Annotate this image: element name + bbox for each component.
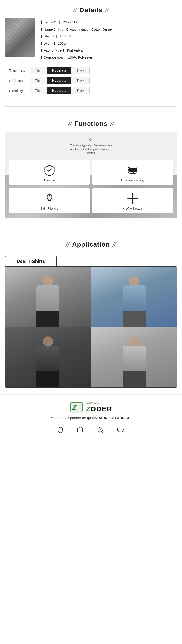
elasticity-scale: Thin Moderate Thick xyxy=(30,87,90,94)
functions-section: // Functions // ◇ The fabric typically o… xyxy=(0,114,182,225)
softness-moderate[interactable]: Moderate xyxy=(47,77,71,84)
durable-icon xyxy=(43,164,56,177)
softness-thick[interactable]: Thick xyxy=(71,77,89,84)
attributes-section: Thickness Thin Moderate Thick Softness T… xyxy=(0,65,182,104)
svg-point-18 xyxy=(99,427,101,430)
tagline-fabrics: FABRICS xyxy=(115,416,130,420)
function-card-moisture: Moisture Wicking xyxy=(92,160,173,185)
logo-icon: Z xyxy=(70,402,83,413)
svg-point-4 xyxy=(131,170,132,170)
composition-row: 【 Composition 】 100% Polyester xyxy=(39,55,177,60)
slash-right: // xyxy=(105,6,109,14)
logo-text-area: 佐德新材料 ZODER xyxy=(86,402,112,413)
logo-subtext: 佐德新材料 xyxy=(86,402,100,405)
durable-label: Durable xyxy=(44,178,55,182)
functions-bg: ◇ The fabric typically offers several ke… xyxy=(5,132,177,218)
fabric-type-value: Knit Fabric xyxy=(67,48,84,52)
shield-footer-icon xyxy=(58,427,63,434)
logo-z: Z xyxy=(86,405,90,412)
item-no-label: 【 Item NO. 】 xyxy=(39,20,62,24)
function-grid: Durable Moisture W xyxy=(9,160,173,214)
item-no-row: 【 Item NO. 】 ZDK24126 xyxy=(39,20,177,25)
composition-label: 【 Composition 】 xyxy=(39,56,67,59)
person-4 xyxy=(119,334,149,387)
thickness-thin[interactable]: Thin xyxy=(30,67,47,74)
details-title: Details xyxy=(80,6,103,14)
width-row: 【 Width 】 160cm xyxy=(39,41,177,46)
person-3 xyxy=(33,334,63,387)
moisture-icon xyxy=(126,164,139,177)
truck-footer-icon xyxy=(117,427,124,434)
width-value: 160cm xyxy=(58,42,68,45)
functions-title: Functions xyxy=(75,120,108,128)
elasticity-thick[interactable]: Thick xyxy=(71,88,89,94)
use-badge: Use: T-Shirts xyxy=(5,256,57,267)
photo-top-right xyxy=(91,267,177,326)
svg-point-5 xyxy=(133,172,134,173)
softness-thin[interactable]: Thin xyxy=(30,77,47,84)
functions-intro-text: The fabric typically offers several key … xyxy=(68,144,114,155)
details-info: 【 Item NO. 】 ZDK24126 【 Name 】 High Elas… xyxy=(39,18,177,60)
name-value: High Elastic Imitation Cotton Jersey xyxy=(58,27,113,31)
photo-grid xyxy=(5,266,177,388)
functions-intro: ◇ The fabric typically offers several ke… xyxy=(9,136,173,155)
functions-content: ◇ The fabric typically offers several ke… xyxy=(9,136,173,214)
fabric-type-label: 【 Fabric Type 】 xyxy=(39,48,66,52)
functions-slash-left: // xyxy=(68,120,72,128)
details-content: 【 Item NO. 】 ZDK24126 【 Name 】 High Elas… xyxy=(0,18,182,65)
name-label: 【 Name 】 xyxy=(39,27,57,31)
gift-footer-icon xyxy=(77,427,83,434)
weight-label: 【 Weight 】 xyxy=(39,34,59,38)
logo-area: Z 佐德新材料 ZODER xyxy=(5,402,177,413)
photo-bottom-left xyxy=(5,327,91,387)
name-row: 【 Name 】 High Elastic Imitation Cotton J… xyxy=(39,27,177,32)
item-no-value: ZDK24126 xyxy=(63,20,79,24)
photo-bottom-right xyxy=(91,327,177,387)
stretch-label: 4-Way Stretch xyxy=(123,207,142,210)
elasticity-row: Elasticity Thin Moderate Thick xyxy=(9,87,173,94)
elasticity-moderate[interactable]: Moderate xyxy=(47,88,71,94)
softness-label: Softness xyxy=(9,79,30,82)
skin-label: Skin-Friendly xyxy=(41,207,58,210)
svg-point-3 xyxy=(129,167,130,168)
svg-rect-2 xyxy=(129,172,137,173)
thickness-row: Thickness Thin Moderate Thick xyxy=(9,67,173,74)
softness-row: Softness Thin Moderate Thick xyxy=(9,77,173,84)
application-section: // Application // Use: T-Shirts xyxy=(0,234,182,394)
fabric-type-row: 【 Fabric Type 】 Knit Fabric xyxy=(39,48,177,53)
width-label: 【 Width 】 xyxy=(39,42,57,45)
tagline-suffix: . xyxy=(130,416,131,420)
application-header: // Application // xyxy=(5,234,177,252)
weight-row: 【 Weight 】 150g/㎡ xyxy=(39,34,177,39)
tagline-prefix: Your trusted partner for quality xyxy=(51,416,98,420)
thickness-thick[interactable]: Thick xyxy=(71,67,89,74)
thickness-moderate[interactable]: Moderate xyxy=(47,67,71,74)
person-1 xyxy=(33,274,63,326)
footer-section: Z 佐德新材料 ZODER Your trusted partner for q… xyxy=(0,394,182,439)
svg-rect-1 xyxy=(129,169,137,171)
function-card-stretch: 4-Way Stretch xyxy=(92,188,173,214)
app-slash-left: // xyxy=(66,241,70,248)
function-card-skin: Skin-Friendly xyxy=(9,188,90,214)
application-content: Use: T-Shirts xyxy=(5,256,177,388)
divider-1 xyxy=(5,106,177,107)
tagline-mid: and xyxy=(108,416,115,420)
application-title: Application xyxy=(72,241,110,248)
person-2 xyxy=(119,274,149,326)
elasticity-label: Elasticity xyxy=(9,89,30,93)
app-slash-right: // xyxy=(113,241,116,248)
moisture-label: Moisture Wicking xyxy=(121,178,144,182)
weight-value: 150g/㎡ xyxy=(60,34,72,38)
slash-left: // xyxy=(73,6,77,14)
thickness-label: Thickness xyxy=(9,68,30,72)
person-footer-icon xyxy=(97,427,103,434)
svg-text:Z: Z xyxy=(72,403,77,412)
skin-icon xyxy=(43,192,56,205)
functions-slash-right: // xyxy=(110,120,114,128)
logo-full-name: ZODER xyxy=(86,405,112,413)
elasticity-thin[interactable]: Thin xyxy=(30,88,47,94)
softness-scale: Thin Moderate Thick xyxy=(30,77,90,84)
logo-name-row: 佐德新材料 xyxy=(86,402,112,405)
functions-header: // Functions // xyxy=(5,114,177,132)
details-section: // Details // 【 Item NO. 】 ZDK24126 【 Na… xyxy=(0,0,182,104)
